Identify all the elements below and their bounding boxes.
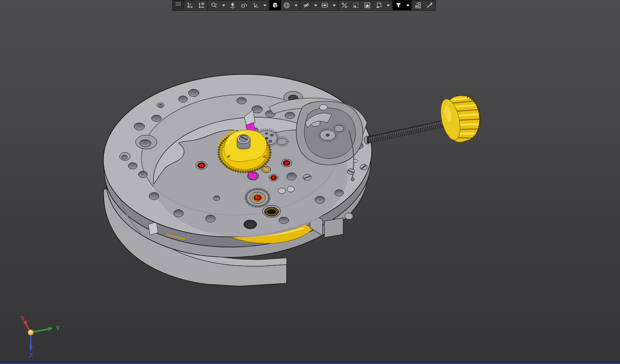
filter-button[interactable] <box>393 0 404 10</box>
chevron-down-icon <box>263 5 267 7</box>
x-axis-label: X <box>20 315 25 321</box>
toolbar-separator <box>412 0 412 10</box>
status-strip <box>0 362 620 364</box>
rotate-box-icon <box>240 2 248 9</box>
grip-dots-icon <box>175 2 181 7</box>
toolbar-grip[interactable] <box>173 0 183 10</box>
arrow-up-icon <box>229 2 236 9</box>
toolbar-separator <box>208 0 208 10</box>
fit-all-icon <box>186 2 194 9</box>
axes-button[interactable] <box>250 0 261 10</box>
section-dropdown[interactable] <box>385 0 391 10</box>
toolbar-separator <box>183 0 184 10</box>
axes-icon <box>252 2 259 9</box>
axis-triad: X Y Z <box>20 315 60 358</box>
zoom-select-dropdown[interactable] <box>220 0 227 10</box>
chevron-down-icon <box>222 5 225 7</box>
structure-tower-icon <box>414 2 422 9</box>
clip-solid-icon <box>364 2 371 9</box>
barrel-arbor-hole[interactable] <box>262 205 281 217</box>
funnel-icon <box>395 2 402 9</box>
scene-canvas: X Y Z <box>0 0 620 364</box>
show-button[interactable] <box>319 0 330 10</box>
main-toolbar <box>172 0 436 11</box>
structure-button[interactable] <box>412 0 424 10</box>
transform-button[interactable] <box>227 0 238 10</box>
chevron-down-icon <box>406 5 410 7</box>
eyedropper-icon <box>426 2 433 9</box>
clip-frame-icon <box>352 2 360 9</box>
click-spring-magenta[interactable] <box>247 172 259 180</box>
fit-selection-icon <box>198 2 205 9</box>
toolbar-separator <box>300 0 300 10</box>
explode-button[interactable] <box>339 0 350 10</box>
clip-plane-button[interactable] <box>350 0 362 10</box>
viewport-3d[interactable]: X Y Z <box>0 0 620 364</box>
filter-dropdown[interactable] <box>404 0 411 10</box>
gold-bushing[interactable] <box>262 166 271 173</box>
triad-origin <box>28 330 34 335</box>
wireframe-cube-icon <box>283 2 290 9</box>
section-doc-icon <box>375 2 382 9</box>
eye-box-icon <box>321 2 328 9</box>
z-axis-arrow <box>29 346 33 351</box>
watch-movement-model[interactable] <box>99 68 480 286</box>
chevron-down-icon <box>314 5 317 7</box>
toolbar-separator <box>269 0 269 10</box>
wireframe-view-dropdown[interactable] <box>292 0 299 10</box>
rotate-part-button[interactable] <box>238 0 250 10</box>
chevron-down-icon <box>333 5 336 7</box>
eye-slash-icon <box>303 2 310 9</box>
winding-crown[interactable] <box>437 95 480 142</box>
toolbar-separator <box>338 0 338 10</box>
y-axis-arrow <box>48 327 53 331</box>
picker-button[interactable] <box>424 0 435 10</box>
wireframe-view-button[interactable] <box>281 0 292 10</box>
y-axis-label: Y <box>56 325 60 331</box>
jewel-bearing[interactable] <box>196 161 207 170</box>
jewel-bearing[interactable] <box>269 174 278 181</box>
fit-all-button[interactable] <box>184 0 196 10</box>
show-dropdown[interactable] <box>330 0 337 10</box>
zoom-select-button[interactable] <box>208 0 220 10</box>
axes-dropdown[interactable] <box>261 0 268 10</box>
z-axis-label: Z <box>29 352 33 358</box>
toolbar-separator <box>392 0 392 10</box>
section-button[interactable] <box>373 0 385 10</box>
explode-icon <box>341 2 348 9</box>
magnifier-icon <box>210 2 218 9</box>
jewel-bearing[interactable] <box>281 159 292 167</box>
chevron-down-icon <box>294 5 298 7</box>
hide-button[interactable] <box>301 0 312 10</box>
winding-stem[interactable] <box>364 120 446 144</box>
chevron-down-icon <box>387 5 390 7</box>
shaded-view-button[interactable] <box>269 0 281 10</box>
clip-solid-button[interactable] <box>362 0 373 10</box>
shaded-cube-icon <box>272 2 279 9</box>
hide-dropdown[interactable] <box>312 0 319 10</box>
fit-selection-button[interactable] <box>196 0 207 10</box>
